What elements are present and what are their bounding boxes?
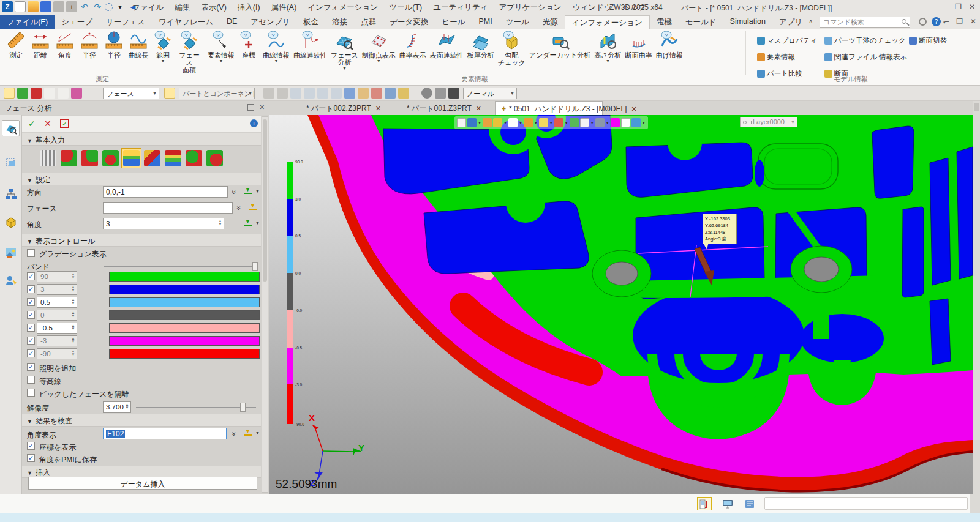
ribbon-tab[interactable]: 光源	[536, 15, 565, 29]
gear-icon[interactable]	[919, 18, 927, 26]
ribbon-button[interactable]: 制御点表示▼	[360, 31, 398, 71]
panel-float-icon[interactable]	[247, 104, 254, 111]
cube-white-icon[interactable]	[508, 118, 518, 127]
band-checkbox[interactable]: ✓	[27, 349, 35, 357]
band-spinner[interactable]: ▲▼	[70, 286, 77, 292]
ribbon-tab[interactable]: ツール	[499, 15, 536, 29]
document-tab[interactable]: * パート001.Z3PRT✕	[401, 101, 492, 115]
exit-icon[interactable]	[457, 118, 466, 127]
menu-2[interactable]: 表示(V)	[201, 2, 227, 13]
app-logo-icon[interactable]: Z	[2, 1, 13, 12]
ribbon-button[interactable]: 半径	[77, 31, 102, 73]
layer-list-icon[interactable]	[358, 88, 369, 99]
pick-arrow-icon[interactable]	[344, 88, 355, 99]
band-color-bar[interactable]	[109, 323, 260, 333]
face-field[interactable]	[103, 202, 233, 214]
render-mode-icon[interactable]	[467, 118, 477, 127]
ribbon-tab[interactable]: アプリ	[772, 15, 809, 29]
link-off-icon[interactable]	[263, 88, 274, 99]
isolate-checkbox[interactable]	[27, 389, 35, 397]
section-basic-input[interactable]: ▼基本入力	[22, 133, 261, 146]
ribbon-tab[interactable]: 溶接	[325, 15, 354, 29]
wheel-orange-icon[interactable]	[524, 118, 533, 127]
redo-icon[interactable]: ↷	[92, 1, 103, 12]
zebra-mode-zebra-rg-2[interactable]	[80, 148, 100, 168]
ribbon-button[interactable]: ?範囲▼	[151, 31, 175, 73]
show_coord-checkbox[interactable]: ✓	[27, 442, 35, 450]
ribbon-small-button[interactable]: 断面切替	[909, 36, 947, 45]
resolution-slider-track[interactable]	[136, 407, 256, 408]
dropdown-icon[interactable]: ▼	[161, 59, 165, 64]
lighting-checkbox[interactable]: ✓	[27, 363, 35, 371]
ribbon-tab[interactable]: PMI	[472, 15, 499, 29]
ribbon-button[interactable]: 角度	[53, 31, 77, 73]
hierarchy-tool-icon[interactable]	[2, 185, 20, 202]
band-checkbox[interactable]: ✓	[27, 285, 35, 293]
search-icon[interactable]	[902, 19, 907, 24]
remove-entity-icon[interactable]	[31, 88, 42, 99]
ribbon-button[interactable]: 断面曲率	[624, 31, 654, 71]
dropdown-icon[interactable]: ▼	[534, 121, 538, 125]
dropdown-icon[interactable]: ▼	[274, 59, 279, 64]
menu-6[interactable]: ツール(T)	[389, 2, 422, 13]
resolution-spinner[interactable]: ▲▼	[124, 403, 130, 409]
insert-datum-button[interactable]: データム挿入	[28, 477, 257, 490]
zoom-doc-icon[interactable]	[539, 118, 548, 127]
ribbon-tab[interactable]: データ変換	[383, 15, 435, 29]
marquee-select-icon[interactable]	[44, 88, 55, 99]
ribbon-small-button[interactable]: パート比較	[757, 69, 802, 78]
section-settings[interactable]: ▼設定	[22, 173, 261, 185]
band-spinner[interactable]: ▲▼	[70, 337, 77, 343]
ruler-h-icon[interactable]	[580, 118, 589, 127]
monitor-green-icon[interactable]	[570, 118, 579, 127]
pick-face-icon[interactable]: ▼	[249, 203, 257, 210]
undo-icon[interactable]: ↶	[79, 1, 90, 12]
band-color-bar[interactable]	[109, 297, 260, 307]
zebra-mode-zebra-gray[interactable]	[38, 148, 58, 168]
result-dropdown-icon[interactable]: ▼	[255, 431, 260, 435]
move-cross-icon[interactable]	[554, 118, 564, 127]
print-icon[interactable]	[53, 1, 64, 12]
band-color-bar[interactable]	[109, 272, 260, 282]
ribbon-button[interactable]: ?曲線情報▼	[261, 31, 292, 71]
ribbon-tab[interactable]: ファイル(F)	[0, 15, 55, 29]
swatch-white-icon[interactable]	[621, 118, 630, 127]
ribbon-tab[interactable]: 点群	[354, 15, 383, 29]
ok-button[interactable]: ✓	[28, 119, 36, 129]
collapse-ribbon-icon[interactable]: ∧	[809, 18, 813, 24]
ribbon-close-button[interactable]: ✕	[970, 17, 976, 26]
ribbon-button[interactable]: ?座標	[236, 31, 261, 71]
document-tab[interactable]: * パート002.Z3PRT✕	[300, 101, 393, 115]
band-checkbox[interactable]: ✓	[27, 298, 35, 306]
ribbon-button[interactable]: 高さ分析▼	[592, 31, 623, 71]
ribbon-button[interactable]: ?曲げ情報	[654, 31, 685, 71]
angle-spinner[interactable]: ▲▼	[217, 220, 224, 226]
gradation-checkbox[interactable]	[27, 249, 35, 257]
ribbon-tab[interactable]: シェープ	[55, 15, 99, 29]
face-analysis-tool-icon[interactable]	[2, 120, 20, 136]
ribbon-button[interactable]: ?勾配チェック	[496, 31, 527, 71]
pipe-icon[interactable]	[435, 88, 446, 99]
ribbon-button[interactable]: 板厚分析	[466, 31, 496, 71]
layer-combobox[interactable]: Layer0000 ▼	[740, 117, 797, 127]
lasso-select-icon[interactable]	[58, 88, 69, 99]
zebra-mode-draft-box[interactable]	[121, 148, 141, 168]
direction-dropdown-icon[interactable]: ▼	[255, 189, 260, 193]
ribbon-float-button[interactable]: ❐	[956, 17, 963, 26]
pick-result-icon[interactable]: ▼	[244, 428, 252, 436]
expand-icon[interactable]: »	[230, 432, 238, 435]
ribbon-button[interactable]: ?曲線連続性	[292, 31, 329, 71]
dropdown-icon[interactable]: ▼	[377, 59, 381, 64]
band-checkbox[interactable]: ✓	[27, 324, 35, 332]
shell-blue-icon[interactable]	[631, 118, 641, 127]
info-icon[interactable]: i	[250, 119, 258, 127]
ribbon-button[interactable]: 測定	[4, 31, 28, 73]
pick-angle-icon[interactable]: ▼	[244, 218, 252, 226]
close-button[interactable]: ✕	[969, 2, 975, 11]
ribbon-tab[interactable]: インフォメーション	[565, 15, 650, 29]
ribbon-button[interactable]: アンダーカット分析	[527, 31, 593, 71]
band-spinner[interactable]: ▲▼	[70, 299, 77, 305]
ribbon-tab[interactable]: アセンブリ	[244, 15, 296, 29]
filter-arrow-icon[interactable]: ▾	[115, 1, 126, 12]
menu-5[interactable]: インフォメーション	[307, 2, 378, 13]
